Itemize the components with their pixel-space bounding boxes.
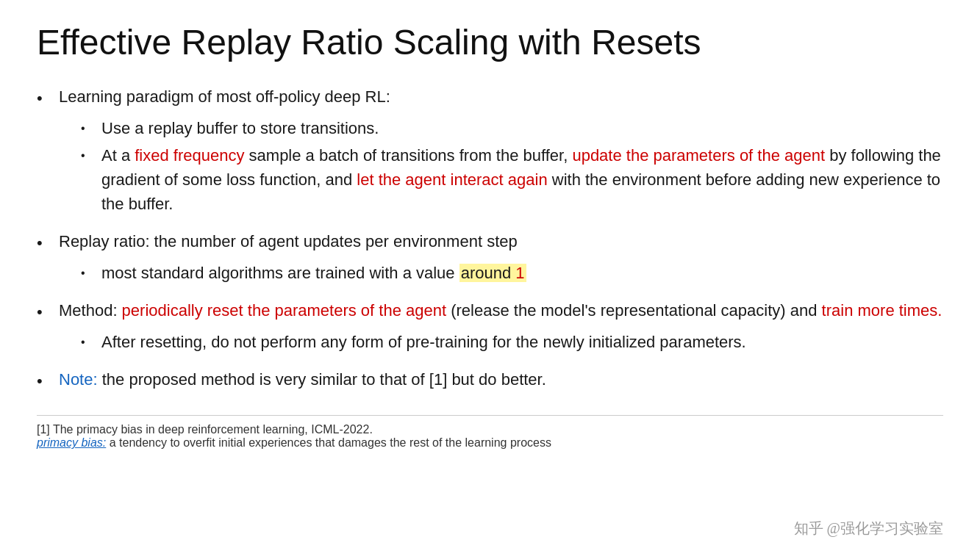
sub2-middle1: sample a batch of transitions from the b… (244, 146, 572, 165)
bullet-marker-3: • (37, 300, 59, 324)
sub2-highlight3: let the agent interact again (357, 170, 547, 189)
bullet-4-rest: the proposed method is very similar to t… (98, 370, 546, 389)
sub1-prefix: most standard algorithms are trained wit… (101, 264, 459, 282)
watermark: 知乎 @强化学习实验室 (794, 519, 943, 538)
bullet-2: • Replay ratio: the number of agent upda… (37, 229, 943, 255)
footnote-area: [1] The primacy bias in deep reinforceme… (37, 415, 943, 450)
bullet-marker-1: • (37, 86, 59, 110)
bullet-group-2: • Replay ratio: the number of agent upda… (37, 229, 943, 285)
sub2-prefix: At a (101, 146, 135, 165)
bullet-3-highlight1: periodically reset the parameters of the… (122, 301, 446, 320)
sub1-highlight: around 1 (459, 264, 526, 282)
bullet-1-sub2-text: At a fixed frequency sample a batch of t… (101, 143, 943, 216)
bullet-marker-2-sub1: • (81, 264, 101, 282)
bullet-3-sub1: • After resetting, do not perform any fo… (81, 330, 943, 354)
slide-title: Effective Replay Ratio Scaling with Rese… (37, 22, 943, 62)
bullet-4-label: Note: (59, 370, 98, 389)
bullet-marker-3-sub1: • (81, 333, 101, 351)
bullet-marker-1-sub1: • (81, 120, 101, 137)
bullet-3-sub1-text: After resetting, do not perform any form… (101, 330, 943, 354)
bullet-marker-1-sub2: • (81, 147, 101, 165)
bullet-1-text: Learning paradigm of most off-policy dee… (59, 84, 943, 109)
bullet-3-text: Method: periodically reset the parameter… (59, 298, 943, 322)
bullet-2-sub1: • most standard algorithms are trained w… (81, 261, 943, 285)
bullet-3: • Method: periodically reset the paramet… (37, 298, 943, 324)
bullet-1-sub1-text: Use a replay buffer to store transitions… (101, 116, 943, 140)
bullet-group-4: • Note: the proposed method is very simi… (37, 367, 943, 393)
slide-content: • Learning paradigm of most off-policy d… (37, 84, 943, 393)
bullet-marker-4: • (37, 369, 59, 393)
sub2-highlight2: update the parameters of the agent (572, 146, 825, 165)
bullet-4: • Note: the proposed method is very simi… (37, 367, 943, 393)
bullet-group-1: • Learning paradigm of most off-policy d… (37, 84, 943, 216)
bullet-1-sub1: • Use a replay buffer to store transitio… (81, 116, 943, 140)
sub1-num: 1 (515, 264, 524, 282)
footnote-link[interactable]: primacy bias: (37, 436, 106, 449)
bullet-group-3: • Method: periodically reset the paramet… (37, 298, 943, 354)
bullet-1: • Learning paradigm of most off-policy d… (37, 84, 943, 110)
bullet-2-text: Replay ratio: the number of agent update… (59, 229, 943, 253)
bullet-3-highlight2: train more times. (822, 301, 943, 320)
bullet-1-sub2: • At a fixed frequency sample a batch of… (81, 143, 943, 216)
bullet-4-text: Note: the proposed method is very simila… (59, 367, 943, 392)
bullet-3-prefix: Method: (59, 301, 122, 320)
footnote-link-desc: a tendency to overfit initial experience… (106, 436, 551, 449)
bullet-3-middle: (release the model's representational ca… (446, 301, 821, 320)
footnote-link-line: primacy bias: a tendency to overfit init… (37, 436, 943, 450)
sub2-highlight1: fixed frequency (135, 146, 244, 165)
bullet-2-sub1-text: most standard algorithms are trained wit… (101, 261, 943, 285)
footnote-ref: [1] The primacy bias in deep reinforceme… (37, 423, 943, 436)
bullet-marker-2: • (37, 231, 59, 255)
